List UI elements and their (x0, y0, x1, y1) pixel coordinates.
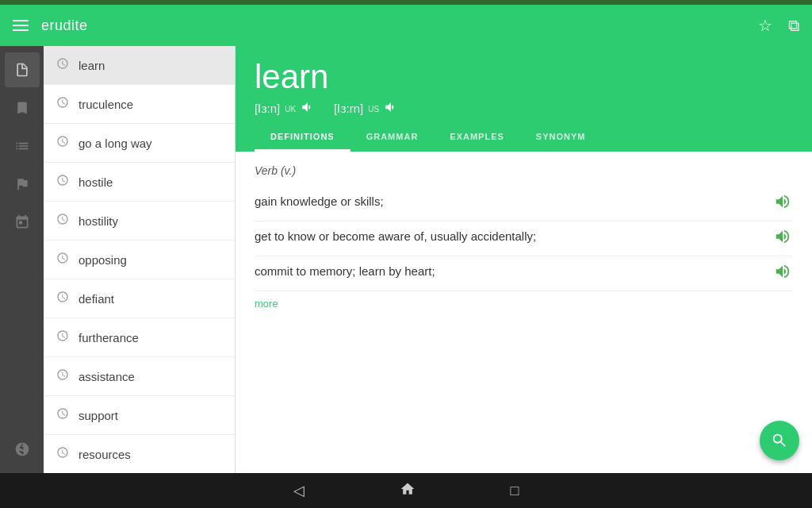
history-clock-icon (56, 291, 69, 306)
tabs: DEFINITIONSGRAMMAREXAMPLESSYNONYM (255, 124, 793, 152)
bottom-nav: ◁ □ (0, 473, 812, 508)
sidebar-item-calendar[interactable] (5, 205, 40, 240)
history-item-text: learn (79, 59, 105, 72)
sidebar-item-globe[interactable] (5, 432, 40, 467)
history-item-3[interactable]: go a long way (44, 124, 235, 163)
sound-us-icon[interactable] (384, 100, 398, 117)
home-nav-icon[interactable] (400, 481, 416, 501)
history-item-text: resources (79, 448, 131, 461)
tab-examples[interactable]: EXAMPLES (434, 124, 520, 152)
history-item-text: support (79, 409, 118, 422)
copy-icon[interactable]: ⧉ (788, 17, 799, 35)
history-clock-icon (56, 213, 69, 229)
sidebar-item-bookmark[interactable] (5, 90, 40, 125)
definition-item-3: commit to memory; learn by heart; (255, 256, 793, 291)
history-clock-icon (56, 174, 69, 190)
definition-item-1: gain knowledge or skills; (255, 187, 793, 221)
pronunciation-uk: [lɜ:n] UK (255, 100, 315, 117)
pronunciations: [lɜ:n] UK [lɜ:rn] US (255, 100, 793, 117)
history-item-5[interactable]: hostility (44, 202, 235, 241)
def-sound-icon[interactable] (774, 228, 793, 249)
word-type: Verb (v.) (255, 164, 793, 177)
pronunciation-uk-label: UK (285, 105, 296, 114)
sidebar-item-list[interactable] (5, 129, 40, 164)
history-item-7[interactable]: defiant (44, 279, 235, 318)
tab-definitions[interactable]: DEFINITIONS (255, 124, 350, 152)
history-item-text: assistance (79, 370, 135, 383)
history-item-6[interactable]: opposing (44, 241, 235, 279)
definition-panel: learn [lɜ:n] UK [lɜ:rn] US (236, 46, 812, 473)
pronunciation-uk-text: [lɜ:n] (255, 102, 280, 116)
history-clock-icon (56, 57, 69, 73)
hamburger-menu[interactable] (13, 20, 29, 31)
history-clock-icon (56, 368, 69, 384)
sidebar-item-flag[interactable] (5, 167, 40, 202)
sidebar-item-document[interactable] (5, 52, 40, 87)
history-item-text: truculence (79, 98, 133, 111)
def-sound-icon[interactable] (774, 263, 793, 284)
star-icon[interactable]: ☆ (758, 16, 772, 35)
header-left: erudite (13, 17, 88, 34)
pronunciation-us-label: US (368, 105, 379, 114)
history-clock-icon (56, 96, 69, 112)
history-item-4[interactable]: hostile (44, 163, 235, 202)
sound-uk-icon[interactable] (301, 100, 315, 117)
history-item-text: opposing (79, 253, 127, 267)
history-item-1[interactable]: learn (44, 46, 235, 85)
definition-text: gain knowledge or skills; (255, 193, 764, 211)
history-item-11[interactable]: resources (44, 435, 235, 473)
history-item-text: defiant (79, 292, 114, 306)
history-clock-icon (56, 407, 69, 423)
tab-grammar[interactable]: GRAMMAR (350, 124, 435, 152)
def-sound-icon[interactable] (774, 193, 793, 214)
history-item-9[interactable]: assistance (44, 357, 235, 396)
history-clock-icon (56, 135, 69, 151)
pronunciation-us-text: [lɜ:rn] (334, 102, 363, 116)
main-container: learn truculence go a long way hostile h (0, 46, 812, 473)
history-clock-icon (56, 446, 69, 462)
pronunciation-us: [lɜ:rn] US (334, 100, 398, 117)
history-item-text: hostile (79, 175, 113, 189)
definition-item-2: get to know or become aware of, usually … (255, 221, 793, 256)
definition-content: Verb (v.) gain knowledge or skills; get … (236, 152, 812, 473)
definitions-list: gain knowledge or skills; get to know or… (255, 187, 793, 291)
history-list: learn truculence go a long way hostile h (44, 46, 236, 473)
word-header: learn [lɜ:n] UK [lɜ:rn] US (236, 46, 812, 152)
word-title: learn (255, 59, 793, 95)
app-header: erudite ☆ ⧉ (0, 5, 812, 46)
history-clock-icon (56, 329, 69, 345)
header-right: ☆ ⧉ (758, 16, 799, 35)
back-nav-icon[interactable]: ◁ (293, 482, 304, 499)
history-item-8[interactable]: furtherance (44, 318, 235, 357)
icon-sidebar (0, 46, 44, 473)
history-item-text: furtherance (79, 331, 139, 344)
search-fab-button[interactable] (760, 421, 799, 460)
tab-synonym[interactable]: SYNONYM (520, 124, 602, 152)
history-item-text: hostility (79, 214, 118, 228)
history-clock-icon (56, 252, 69, 267)
history-item-10[interactable]: support (44, 396, 235, 435)
app-title: erudite (41, 17, 88, 34)
history-item-2[interactable]: truculence (44, 85, 235, 124)
definition-text: commit to memory; learn by heart; (255, 263, 764, 281)
recents-nav-icon[interactable]: □ (511, 483, 519, 499)
more-link[interactable]: more (255, 298, 278, 310)
definition-text: get to know or become aware of, usually … (255, 228, 764, 246)
history-item-text: go a long way (79, 137, 152, 150)
